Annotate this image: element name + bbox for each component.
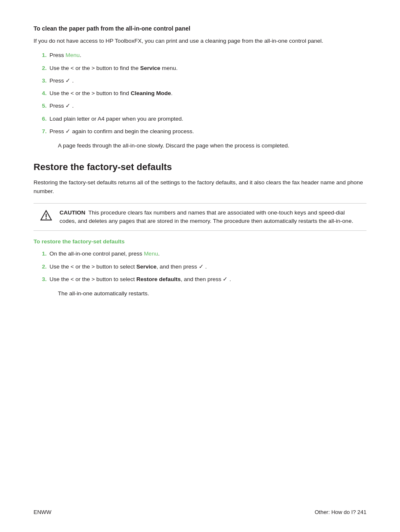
step-number: 6.: [34, 115, 49, 123]
subsection-heading: To restore the factory-set defaults: [34, 238, 366, 245]
step-number: 2.: [34, 263, 49, 271]
section1-note: A page feeds through the all-in-one slow…: [58, 142, 366, 150]
svg-point-2: [46, 218, 47, 219]
section1-heading: To clean the paper path from the all-in-…: [34, 25, 366, 32]
section2-note: The all-in-one automatically restarts.: [58, 289, 366, 298]
step-number: 3.: [34, 275, 49, 284]
step-number: 2.: [34, 64, 49, 72]
section-clean-paper-path: To clean the paper path from the all-in-…: [34, 25, 366, 150]
list-item: 7. Press ✓ again to confirm and begin th…: [34, 127, 366, 136]
menu-link[interactable]: Menu: [65, 52, 80, 58]
list-item: 3. Press ✓ .: [34, 77, 366, 85]
step-number: 5.: [34, 102, 49, 110]
step-number: 1.: [34, 51, 49, 59]
step-content: Use the < or the > button to find Cleani…: [49, 89, 366, 98]
step-number: 3.: [34, 77, 49, 85]
caution-label: CAUTION: [60, 209, 86, 216]
section2-intro: Restoring the factory-set defaults retur…: [34, 178, 366, 196]
caution-description: This procedure clears fax numbers and na…: [60, 209, 353, 224]
section2-title: Restore the factory-set defaults: [34, 162, 366, 173]
list-item: 1. On the all-in-one control panel, pres…: [34, 250, 366, 258]
footer-page-info: Other: How do I? 241: [314, 509, 366, 515]
step-content: Press Menu.: [49, 51, 366, 59]
step-content: Use the < or the > button to find the Se…: [49, 64, 366, 72]
list-item: 6. Load plain letter or A4 paper when yo…: [34, 115, 366, 123]
list-item: 2. Use the < or the > button to select S…: [34, 263, 366, 271]
menu-link-2[interactable]: Menu: [144, 251, 158, 257]
step-number: 4.: [34, 89, 49, 98]
step-content: Press ✓ again to confirm and begin the c…: [49, 127, 366, 136]
section2-steps-list: 1. On the all-in-one control panel, pres…: [34, 250, 366, 284]
list-item: 3. Use the < or the > button to select R…: [34, 275, 366, 284]
list-item: 5. Press ✓ .: [34, 102, 366, 110]
step-content: Use the < or the > button to select Rest…: [49, 275, 366, 284]
section-restore-defaults: Restore the factory-set defaults Restori…: [34, 162, 366, 298]
page-container: To clean the paper path from the all-in-…: [0, 0, 400, 336]
step-content: Press ✓ .: [49, 77, 366, 85]
step-number: 7.: [34, 127, 49, 136]
step-content: Press ✓ .: [49, 102, 366, 110]
step-content: Use the < or the > button to select Serv…: [49, 263, 366, 271]
list-item: 1. Press Menu.: [34, 51, 366, 59]
section1-intro: If you do not have access to HP ToolboxF…: [34, 37, 366, 45]
caution-text-content: CAUTION This procedure clears fax number…: [60, 209, 360, 226]
step-content: Load plain letter or A4 paper when you a…: [49, 115, 366, 123]
step-number: 1.: [34, 250, 49, 258]
step-content: On the all-in-one control panel, press M…: [49, 250, 366, 258]
page-footer: ENWW Other: How do I? 241: [34, 509, 366, 515]
caution-box: CAUTION This procedure clears fax number…: [34, 203, 366, 231]
list-item: 2. Use the < or the > button to find the…: [34, 64, 366, 72]
caution-triangle-icon: [40, 209, 54, 222]
list-item: 4. Use the < or the > button to find Cle…: [34, 89, 366, 98]
footer-enww: ENWW: [34, 509, 52, 515]
section1-steps-list: 1. Press Menu. 2. Use the < or the > but…: [34, 51, 366, 136]
